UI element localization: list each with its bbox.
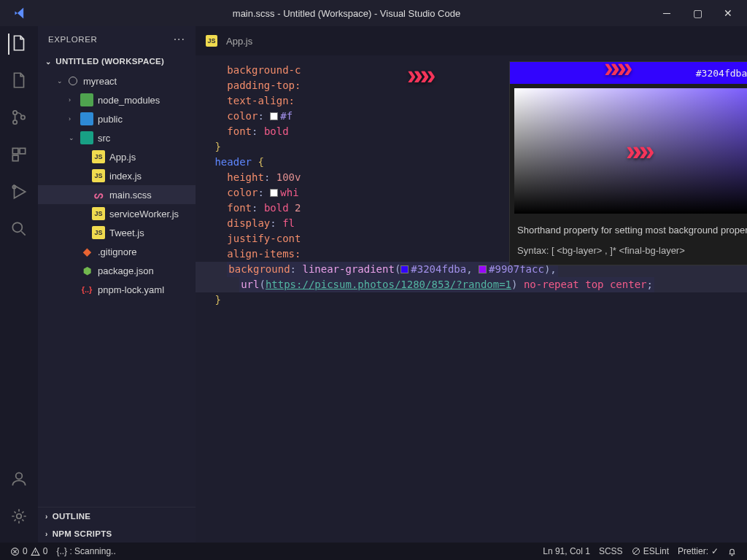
color-picker: #3204fdba Shorthand property for setting… <box>509 61 747 265</box>
status-eslint[interactable]: ESLint <box>627 546 673 556</box>
explorer-icon[interactable] <box>8 34 28 55</box>
editor-tabs: JS App.js <box>196 26 747 55</box>
yaml-icon: {..} <box>80 283 93 296</box>
source-control-icon[interactable] <box>9 108 28 129</box>
tree-file-indexjs[interactable]: JSindex.js <box>38 166 196 185</box>
npm-scripts-section[interactable]: ›NPM SCRIPTS <box>38 525 196 542</box>
color-swatch <box>270 189 278 197</box>
js-icon: JS <box>206 35 217 47</box>
tree-file-pnpmlock[interactable]: {..}pnpm-lock.yaml <box>38 280 196 299</box>
js-icon: JS <box>92 207 105 220</box>
close-button[interactable]: ✕ <box>719 7 737 19</box>
settings-icon[interactable] <box>9 507 28 528</box>
status-prettier[interactable]: Prettier: ✓ <box>673 546 723 556</box>
tree-file-packagejson[interactable]: ⬢package.json <box>38 261 196 280</box>
js-icon: JS <box>92 150 105 163</box>
error-icon <box>10 547 20 556</box>
activity-bar <box>0 26 38 542</box>
color-swatch <box>270 112 278 120</box>
more-icon[interactable]: ··· <box>174 33 185 46</box>
status-bell[interactable] <box>723 547 741 556</box>
svg-rect-3 <box>12 148 18 154</box>
status-language[interactable]: SCSS <box>595 546 627 556</box>
sass-icon: ᔕ <box>92 188 105 201</box>
git-icon: ◆ <box>80 245 93 258</box>
tree-folder-myreact[interactable]: ⌄myreact <box>38 71 196 90</box>
status-scanning[interactable]: {..} : Scanning.. <box>52 546 120 556</box>
window-title: main.scss - Untitled (Workspace) - Visua… <box>35 8 658 19</box>
run-debug-icon[interactable] <box>9 182 28 203</box>
tree-file-gitignore[interactable]: ◆.gitignore <box>38 242 196 261</box>
file-tree: ⌄myreact ›node_modules ›public ⌄src JSAp… <box>38 70 196 507</box>
explorer-header: EXPLORER ··· <box>38 26 196 52</box>
accounts-icon[interactable] <box>9 470 28 491</box>
saturation-canvas[interactable] <box>514 88 747 214</box>
workspace-section[interactable]: ⌄ UNTITLED (WORKSPACE) <box>38 52 196 70</box>
tree-folder-node-modules[interactable]: ›node_modules <box>38 90 196 109</box>
editor-area: JS App.js background-c padding-top: text… <box>196 26 747 542</box>
svg-point-0 <box>13 111 17 114</box>
svg-rect-4 <box>20 148 26 154</box>
tree-folder-public[interactable]: ›public <box>38 109 196 128</box>
color-swatch <box>479 265 487 273</box>
npm-icon: ⬢ <box>80 264 93 277</box>
extensions-icon[interactable] <box>9 145 28 166</box>
vscode-icon <box>13 6 28 20</box>
js-icon: JS <box>92 226 105 239</box>
svg-rect-5 <box>12 155 18 161</box>
svg-point-8 <box>16 472 23 479</box>
svg-point-2 <box>21 115 25 119</box>
warning-icon <box>31 547 40 556</box>
tree-file-tweetjs[interactable]: JSTweet.js <box>38 223 196 242</box>
tree-file-mainscss[interactable]: ᔕmain.scss <box>38 185 196 204</box>
outline-section[interactable]: ›OUTLINE <box>38 508 196 525</box>
svg-point-1 <box>13 120 17 124</box>
minimize-button[interactable]: ─ <box>658 7 676 19</box>
folder-icon <box>80 93 93 106</box>
window-controls: ─ ▢ ✕ <box>658 7 741 19</box>
folder-open-icon <box>69 77 77 85</box>
block-icon <box>632 547 640 556</box>
folder-icon <box>80 112 93 125</box>
check-icon: ✓ <box>711 546 719 556</box>
tree-folder-src[interactable]: ⌄src <box>38 128 196 147</box>
explorer-secondary-icon[interactable] <box>9 71 28 92</box>
color-swatch <box>400 265 409 273</box>
svg-point-7 <box>12 222 22 232</box>
search-icon[interactable] <box>9 219 28 241</box>
maximize-button[interactable]: ▢ <box>689 7 706 19</box>
svg-point-9 <box>17 514 22 519</box>
tree-file-serviceworker[interactable]: JSserviceWorker.js <box>38 204 196 223</box>
explorer-sidebar: EXPLORER ··· ⌄ UNTITLED (WORKSPACE) ⌄myr… <box>38 26 196 542</box>
status-bar: 0 0 {..} : Scanning.. Ln 91, Col 1 SCSS … <box>0 542 747 560</box>
bell-icon <box>727 547 737 556</box>
status-cursor-position[interactable]: Ln 91, Col 1 <box>538 546 595 556</box>
title-bar: main.scss - Untitled (Workspace) - Visua… <box>0 0 747 26</box>
status-problems[interactable]: 0 0 <box>6 546 52 556</box>
folder-icon <box>80 131 93 144</box>
color-picker-header[interactable]: #3204fdba <box>510 62 747 84</box>
chevron-down-icon: ⌄ <box>45 58 51 66</box>
hover-description: Shorthand property for setting most back… <box>510 218 747 265</box>
tab-appjs[interactable]: JS App.js <box>196 26 263 55</box>
js-icon: JS <box>92 169 105 182</box>
tree-file-appjs[interactable]: JSApp.js <box>38 147 196 166</box>
